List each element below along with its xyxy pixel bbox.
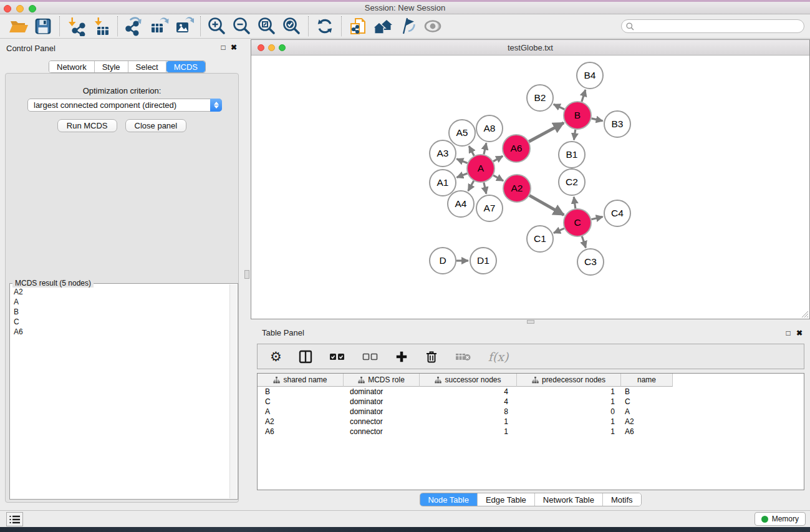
task-history-button[interactable]: [6, 512, 23, 526]
select-all-button[interactable]: [329, 347, 345, 366]
tab-mcds[interactable]: MCDS: [166, 61, 205, 72]
function-builder-button[interactable]: f(x): [488, 347, 509, 366]
tab-motifs[interactable]: Motifs: [603, 493, 641, 506]
edge-C-C2[interactable]: [574, 197, 576, 208]
show-details-button[interactable]: [420, 16, 445, 37]
column-header[interactable]: successor nodes: [420, 374, 517, 387]
export-table-button[interactable]: [147, 16, 171, 37]
node-B2[interactable]: B2: [527, 85, 553, 111]
delete-table-button[interactable]: [455, 347, 471, 366]
close-panel-button[interactable]: Close panel: [125, 119, 187, 132]
tab-network[interactable]: Network: [49, 61, 95, 72]
close-panel-icon[interactable]: ✖: [795, 329, 804, 337]
edge-B-B4[interactable]: [582, 90, 586, 102]
result-item[interactable]: A6: [14, 327, 229, 337]
duplicate-network-button[interactable]: [345, 16, 370, 37]
export-image-button[interactable]: [171, 16, 196, 37]
import-network-button[interactable]: [64, 16, 89, 37]
node-A8[interactable]: A8: [476, 115, 503, 142]
zoom-out-button[interactable]: [229, 16, 254, 37]
edge-A-A1[interactable]: [456, 173, 467, 177]
node-A1[interactable]: A1: [430, 170, 456, 196]
criterion-dropdown[interactable]: largest connected component (directed): [27, 99, 222, 112]
edge-B-B1[interactable]: [574, 130, 575, 140]
splitter-handle[interactable]: [244, 270, 249, 279]
column-header[interactable]: MCDS role: [344, 374, 420, 387]
edge-A-A3[interactable]: [456, 159, 467, 163]
memory-button[interactable]: Memory: [755, 512, 806, 526]
edge-A-A4[interactable]: [468, 181, 474, 191]
node-B3[interactable]: B3: [604, 111, 630, 137]
add-column-button[interactable]: [395, 347, 408, 366]
tab-node-table[interactable]: Node Table: [420, 493, 478, 506]
zoom-in-button[interactable]: [205, 16, 229, 37]
column-header[interactable]: predecessor nodes: [517, 374, 621, 387]
vertical-splitter[interactable]: [243, 39, 251, 510]
horizontal-splitter[interactable]: [251, 319, 810, 324]
zoom-fit-button[interactable]: [254, 16, 279, 37]
result-item[interactable]: A2: [14, 287, 229, 297]
node-C[interactable]: C: [564, 209, 591, 236]
node-C2[interactable]: C2: [559, 169, 585, 195]
column-header[interactable]: name: [621, 374, 673, 387]
node-D[interactable]: D: [430, 248, 456, 274]
node-A7[interactable]: A7: [476, 195, 503, 221]
edge-C-C4[interactable]: [591, 216, 602, 219]
node-A2[interactable]: A2: [503, 175, 531, 202]
node-A[interactable]: A: [467, 155, 494, 182]
delete-column-button[interactable]: [425, 347, 438, 366]
tab-network-table[interactable]: Network Table: [535, 493, 603, 506]
table-row[interactable]: Cdominator41C: [258, 397, 804, 407]
result-scrollbar[interactable]: [229, 284, 237, 498]
edge-B-B3[interactable]: [591, 118, 602, 121]
import-table-button[interactable]: [89, 16, 113, 37]
edge-A-A5[interactable]: [469, 146, 474, 155]
table-settings-button[interactable]: ⚙: [270, 347, 282, 366]
node-C3[interactable]: C3: [577, 249, 604, 275]
float-panel-icon[interactable]: □: [219, 43, 228, 52]
edge-A-A8[interactable]: [484, 143, 486, 154]
open-session-button[interactable]: [6, 16, 31, 37]
edge-A-A6[interactable]: [493, 156, 503, 162]
search-input[interactable]: [635, 21, 800, 31]
export-network-button[interactable]: [122, 16, 147, 37]
tab-select[interactable]: Select: [128, 61, 166, 72]
table-row[interactable]: Bdominator41B: [258, 387, 804, 397]
edge-C-C3[interactable]: [582, 236, 586, 248]
node-A5[interactable]: A5: [449, 120, 475, 146]
node-A6[interactable]: A6: [503, 135, 530, 162]
node-D1[interactable]: D1: [470, 248, 496, 274]
node-B4[interactable]: B4: [577, 62, 603, 89]
result-item[interactable]: B: [14, 307, 229, 317]
result-item[interactable]: C: [14, 317, 229, 327]
edge-B-B2[interactable]: [554, 104, 564, 109]
node-C4[interactable]: C4: [604, 200, 630, 226]
search-field[interactable]: [621, 19, 804, 33]
save-session-button[interactable]: [31, 16, 55, 37]
hide-details-button[interactable]: [395, 16, 420, 37]
edge-A6-B[interactable]: [529, 123, 564, 142]
edge-A-A7[interactable]: [484, 182, 486, 193]
column-header[interactable]: shared name: [258, 374, 344, 387]
table-row[interactable]: A2connector11A2: [258, 417, 804, 427]
run-mcds-button[interactable]: Run MCDS: [57, 119, 117, 132]
first-neighbors-button[interactable]: [370, 16, 395, 37]
refresh-button[interactable]: [312, 16, 337, 37]
node-B1[interactable]: B1: [559, 142, 585, 168]
edge-A2-C[interactable]: [529, 195, 564, 215]
result-item[interactable]: A: [14, 297, 229, 307]
network-canvas[interactable]: B4B2BB3A8A5A6A3B1AA1C2A2A4A7C4CC1DD1C3: [251, 56, 809, 319]
column-view-button[interactable]: [299, 347, 312, 366]
edge-A-A2[interactable]: [493, 175, 503, 181]
zoom-selected-button[interactable]: [279, 16, 304, 37]
float-panel-icon[interactable]: □: [784, 329, 793, 337]
node-A3[interactable]: A3: [430, 140, 456, 167]
deselect-all-button[interactable]: [362, 347, 378, 366]
table-row[interactable]: A6connector11A6: [258, 427, 804, 437]
node-B[interactable]: B: [564, 102, 591, 129]
splitter-handle[interactable]: [527, 320, 534, 324]
resize-grip-icon[interactable]: [801, 310, 809, 318]
close-panel-icon[interactable]: ✖: [229, 43, 238, 52]
tab-style[interactable]: Style: [95, 61, 128, 72]
edge-C-C1[interactable]: [554, 228, 564, 233]
